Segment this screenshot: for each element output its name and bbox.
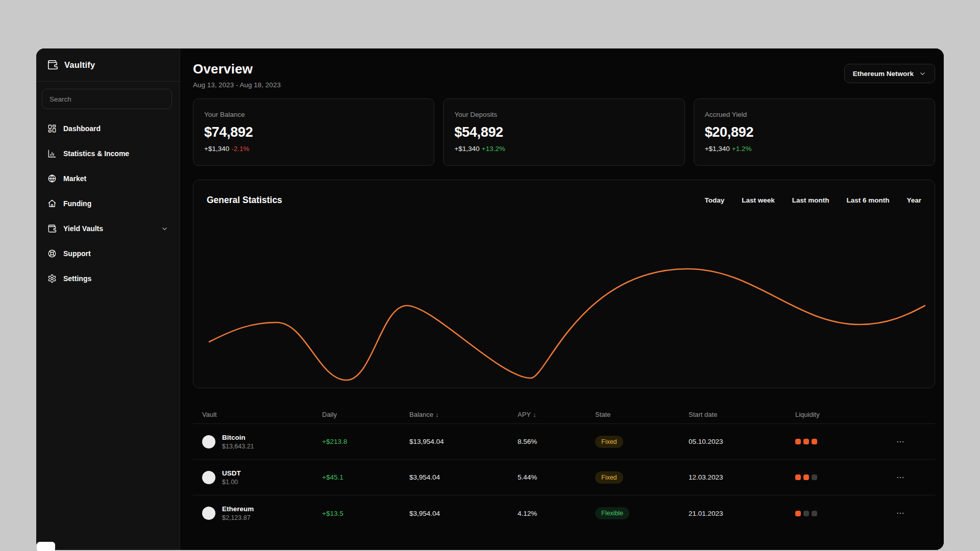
row-menu-button[interactable] (894, 471, 907, 484)
lifebuoy-icon (47, 249, 57, 258)
date-range: Aug 13, 2023 - Aug 18, 2023 (193, 81, 281, 89)
apy-value: 5.44% (518, 473, 595, 481)
coin-price: $1.00 (222, 479, 241, 486)
page-title: Overview (193, 61, 281, 77)
bottom-left-white-panel (37, 542, 55, 551)
state-badge: Fixed (595, 471, 623, 484)
search-input[interactable] (42, 89, 172, 109)
wallet-logo-icon (47, 59, 58, 70)
stat-card-your-deposits: Your Deposits$54,892+$1,340+13.2% (443, 98, 684, 166)
chevron-down-icon (161, 225, 168, 233)
stat-delta: +$1,340-2.1% (204, 145, 423, 153)
daily-change: +$213.8 (322, 438, 409, 445)
stat-card-your-balance: Your Balance$74,892+$1,340-2.1% (193, 98, 434, 166)
sidebar-nav: DashboardStatistics & IncomeMarketFundin… (36, 118, 180, 293)
column-header-start-date: Start date (689, 411, 795, 418)
balance-value: $13,954.04 (409, 438, 518, 445)
liquidity-dot (795, 511, 801, 516)
ellipsis-icon (896, 437, 905, 446)
start-date: 05.10.2023 (689, 438, 795, 445)
app-name: Vaultify (64, 60, 95, 70)
vaults-table: VaultDailyBalance↓APY↓StateStart dateLiq… (193, 406, 935, 531)
liquidity-dot (795, 439, 801, 444)
chevron-down-icon (919, 70, 926, 78)
daily-change: +$13.5 (322, 510, 409, 517)
table-row-usdt: USDT$1.00+$45.1$3,954.045.44%Fixed12.03.… (193, 460, 935, 495)
row-menu-button[interactable] (894, 507, 907, 520)
column-header-state: State (595, 411, 689, 418)
network-selector-label: Ethereum Network (853, 70, 914, 78)
coin-avatar (202, 507, 215, 520)
stat-delta: +$1,340+13.2% (454, 145, 673, 153)
coin-name: USDT (222, 469, 241, 477)
sort-desc-icon: ↓ (435, 411, 439, 418)
liquidity-dot (812, 474, 817, 480)
sidebar-item-funding[interactable]: Funding (42, 193, 174, 214)
liquidity-dot (795, 474, 801, 480)
table-header-row: VaultDailyBalance↓APY↓StateStart dateLiq… (193, 406, 935, 424)
start-date: 12.03.2023 (689, 473, 795, 481)
sidebar-item-label: Yield Vaults (63, 224, 103, 233)
home-icon (47, 199, 57, 208)
column-header-vault: Vault (193, 411, 322, 418)
stat-label: Accrued Yield (705, 111, 924, 118)
sidebar-item-label: Funding (63, 199, 91, 208)
state-badge: Fixed (595, 436, 623, 448)
state-badge: Flexible (595, 507, 629, 519)
column-header-daily: Daily (322, 411, 409, 418)
sidebar-item-label: Statistics & Income (63, 149, 129, 158)
sidebar-item-settings[interactable]: Settings (42, 268, 174, 289)
liquidity-dot (803, 439, 809, 444)
coin-name: Ethereum (222, 505, 254, 513)
dashboard-window: Vaultify DashboardStatistics & IncomeMar… (36, 48, 944, 550)
globe-icon (47, 174, 57, 183)
balance-value: $3,954.04 (409, 473, 518, 481)
apy-value: 8.56% (518, 438, 595, 445)
balance-value: $3,954.04 (409, 510, 518, 517)
sidebar-item-yield-vaults[interactable]: Yield Vaults (42, 218, 174, 239)
sidebar-item-support[interactable]: Support (42, 243, 174, 264)
network-selector-button[interactable]: Ethereum Network (844, 64, 935, 83)
stat-label: Your Deposits (454, 111, 673, 118)
start-date: 21.01.2023 (689, 510, 795, 517)
wallet-icon (47, 224, 57, 233)
sidebar-item-label: Market (63, 174, 86, 183)
liquidity-dot (803, 474, 809, 480)
coin-avatar (202, 471, 215, 484)
table-body: Bitcoin$13,643.21+$213.8$13,954.048.56%F… (193, 424, 935, 531)
liquidity-indicator (795, 511, 873, 516)
apy-value: 4.12% (518, 510, 595, 517)
coin-price: $2,123.87 (222, 514, 254, 521)
coin-name: Bitcoin (222, 434, 254, 441)
liquidity-indicator (795, 474, 873, 480)
sidebar-item-statistics-income[interactable]: Statistics & Income (42, 143, 174, 164)
ellipsis-icon (896, 473, 905, 482)
stat-label: Your Balance (204, 111, 423, 118)
liquidity-dot (812, 439, 817, 444)
stat-value: $54,892 (454, 124, 673, 140)
table-row-ethereum: Ethereum$2,123.87+$13.5$3,954.044.12%Fle… (193, 495, 935, 531)
sidebar: Vaultify DashboardStatistics & IncomeMar… (36, 48, 180, 550)
sidebar-item-market[interactable]: Market (42, 168, 174, 189)
gear-icon (47, 274, 57, 283)
sidebar-item-label: Dashboard (63, 124, 101, 133)
column-header-liquidity: Liquidity (795, 411, 873, 418)
column-header-balance[interactable]: Balance↓ (409, 411, 518, 418)
row-menu-button[interactable] (894, 435, 907, 448)
line-chart (193, 180, 935, 388)
column-header-apy[interactable]: APY↓ (518, 411, 595, 418)
stat-value: $74,892 (204, 124, 423, 140)
stat-card-accrued-yield: Accrued Yield$20,892+$1,340+1.2% (694, 98, 935, 166)
main-content: Overview Aug 13, 2023 - Aug 18, 2023 Eth… (180, 48, 944, 550)
statistics-icon (47, 149, 57, 158)
table-row-bitcoin: Bitcoin$13,643.21+$213.8$13,954.048.56%F… (193, 424, 935, 460)
dashboard-icon (47, 124, 57, 133)
sidebar-item-dashboard[interactable]: Dashboard (42, 118, 174, 139)
sidebar-item-label: Settings (63, 274, 91, 283)
sort-desc-icon: ↓ (533, 411, 536, 418)
coin-avatar (202, 435, 215, 448)
stat-cards: Your Balance$74,892+$1,340-2.1%Your Depo… (193, 98, 935, 166)
sidebar-item-label: Support (63, 249, 91, 258)
liquidity-dot (803, 511, 809, 516)
liquidity-dot (812, 511, 817, 516)
